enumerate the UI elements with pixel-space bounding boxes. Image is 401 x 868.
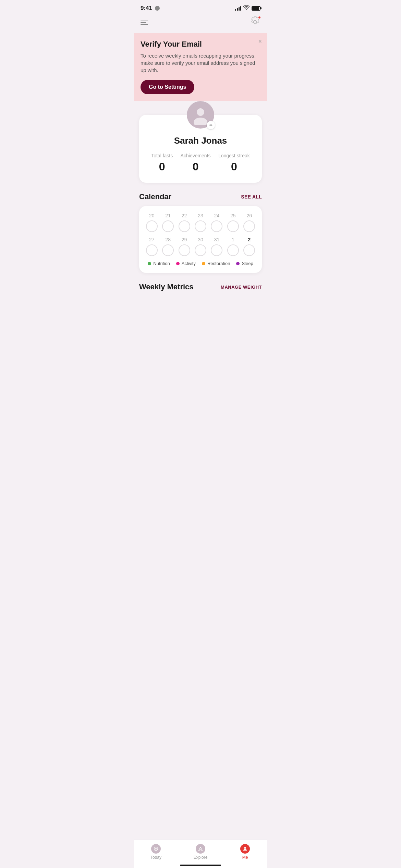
calendar-week-2: 27 28 29 30 31 1 [145,237,256,256]
status-icons [235,5,260,11]
legend-label-sleep: Sleep [242,261,253,266]
stat-value-achievements: 0 [193,160,199,173]
weekly-metrics-title: Weekly Metrics [139,282,194,291]
calendar-day: 20 [145,213,159,232]
manage-weight-button[interactable]: MANAGE WEIGHT [221,285,262,290]
profile-name: Sarah Jonas [147,135,254,146]
legend-nutrition: Nutrition [148,261,170,266]
legend-label-nutrition: Nutrition [153,261,170,266]
pencil-icon: ✏ [209,123,212,128]
calendar-day: 23 [193,213,207,232]
stat-total-fasts: Total fasts 0 [151,153,173,173]
restoration-dot [202,262,205,265]
status-time: 9:41 [141,5,160,12]
calendar-day: 31 [210,237,224,256]
calendar-day: 29 [177,237,191,256]
clock: 9:41 [141,5,152,12]
stat-label-achievements: Achievements [181,153,211,158]
calendar-day: 30 [193,237,207,256]
legend-label-restoration: Restoration [207,261,230,266]
calendar-day: 28 [161,237,175,256]
see-all-button[interactable]: SEE ALL [241,194,262,200]
svg-point-0 [197,108,204,116]
email-verification-banner: Verify Your Email To receive weekly emai… [134,33,267,101]
stat-label-longest-streak: Longest streak [218,153,250,158]
email-banner-body: To receive weekly emails recapping your … [141,52,260,74]
signal-icon [235,6,241,11]
stat-value-total-fasts: 0 [159,160,165,173]
status-bar: 9:41 [134,0,267,14]
stat-label-total-fasts: Total fasts [151,153,173,158]
top-nav-bar [134,14,267,33]
sleep-dot [236,262,240,265]
calendar-legend: Nutrition Activity Restoration Sleep [145,261,256,266]
legend-restoration: Restoration [202,261,230,266]
legend-activity: Activity [176,261,196,266]
spacer [139,296,262,330]
nutrition-dot [148,262,151,265]
profile-section: ✏ Sarah Jonas Total fasts 0 Achievements… [139,115,262,183]
status-dot [155,6,160,11]
calendar-header: Calendar SEE ALL [139,192,262,201]
calendar-day: 24 [210,213,224,232]
calendar-day: 26 [242,213,256,232]
activity-dot [176,262,180,265]
battery-icon [252,6,260,11]
weekly-metrics-header: Weekly Metrics MANAGE WEIGHT [139,282,262,291]
calendar-week-1: 20 21 22 23 24 25 [145,213,256,232]
email-banner-title: Verify Your Email [141,40,260,49]
stat-longest-streak: Longest streak 0 [218,153,250,173]
svg-point-1 [194,118,207,125]
calendar-day: 21 [161,213,175,232]
calendar-card: 20 21 22 23 24 25 [139,206,262,273]
calendar-day: 22 [177,213,191,232]
calendar-day: 27 [145,237,159,256]
calendar-day: 25 [226,213,240,232]
calendar-day: 2 [242,237,256,256]
main-content: ✏ Sarah Jonas Total fasts 0 Achievements… [134,115,267,330]
stat-achievements: Achievements 0 [181,153,211,173]
notification-badge [258,16,261,19]
calendar-title: Calendar [139,192,171,201]
stats-row: Total fasts 0 Achievements 0 Longest str… [147,153,254,173]
filter-button[interactable] [141,21,148,25]
legend-label-activity: Activity [182,261,196,266]
calendar-day: 1 [226,237,240,256]
wifi-icon [243,5,250,11]
legend-sleep: Sleep [236,261,253,266]
avatar-container: ✏ [187,101,214,129]
avatar-edit-button[interactable]: ✏ [207,121,215,129]
stat-value-longest-streak: 0 [231,160,237,173]
go-to-settings-button[interactable]: Go to Settings [141,80,194,94]
settings-button[interactable] [250,16,260,29]
close-banner-button[interactable]: × [258,38,262,45]
